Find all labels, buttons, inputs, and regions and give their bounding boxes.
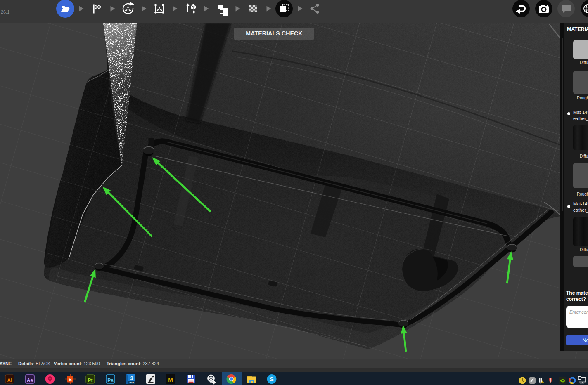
svg-text:S: S — [270, 376, 274, 383]
svg-text:Pt: Pt — [88, 378, 93, 383]
svg-text:Ae: Ae — [27, 378, 33, 383]
svg-text:3: 3 — [130, 375, 133, 381]
svg-text:MAX: MAX — [129, 381, 134, 384]
svg-text:M: M — [168, 377, 173, 383]
svg-text:Ai: Ai — [7, 378, 12, 383]
svg-text:S: S — [69, 377, 72, 383]
svg-text:Ps: Ps — [107, 378, 114, 383]
